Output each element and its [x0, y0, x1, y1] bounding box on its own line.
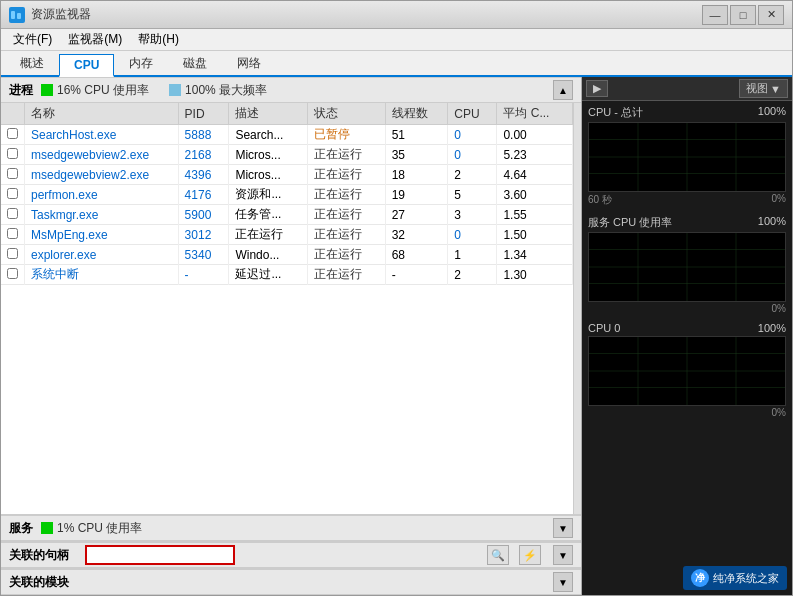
services-cpu-info: 1% CPU 使用率 [41, 520, 142, 537]
table-row[interactable]: explorer.exe 5340 Windo... 正在运行 68 1 1.3… [1, 245, 573, 265]
row-threads: 27 [385, 205, 448, 225]
row-checkbox[interactable] [1, 185, 25, 205]
tab-bar: 概述 CPU 内存 磁盘 网络 [1, 51, 792, 77]
handles-search-input[interactable] [85, 545, 235, 565]
row-cpu: 2 [448, 265, 497, 285]
small-sections: 服务 1% CPU 使用率 ▼ 关联的句柄 [1, 514, 581, 595]
row-checkbox[interactable] [1, 225, 25, 245]
process-name-link[interactable]: SearchHost.exe [31, 128, 116, 142]
row-pid: 4176 [178, 185, 229, 205]
row-cpu: 3 [448, 205, 497, 225]
right-expand-button[interactable]: ▶ [586, 80, 608, 97]
col-avg[interactable]: 平均 C... [497, 103, 573, 125]
row-checkbox[interactable] [1, 245, 25, 265]
right-panel: ▶ 视图 ▼ CPU - 总计 100% [582, 77, 792, 595]
graph-max-2: 100% [758, 322, 786, 334]
table-row[interactable]: MsMpEng.exe 3012 正在运行 正在运行 32 0 1.50 [1, 225, 573, 245]
process-name-link[interactable]: msedgewebview2.exe [31, 148, 149, 162]
graph-container-0 [588, 122, 786, 192]
close-button[interactable]: ✕ [758, 5, 784, 25]
process-name-link[interactable]: explorer.exe [31, 248, 96, 262]
row-checkbox[interactable] [1, 145, 25, 165]
processes-collapse-btn[interactable]: ▲ [553, 80, 573, 100]
right-view-button[interactable]: 视图 ▼ [739, 79, 788, 98]
process-name-link[interactable]: 系统中断 [31, 267, 79, 281]
row-desc: Micros... [229, 145, 307, 165]
services-collapse-btn[interactable]: ▼ [553, 518, 573, 538]
table-row[interactable]: msedgewebview2.exe 4396 Micros... 正在运行 1… [1, 165, 573, 185]
col-status[interactable]: 状态 [307, 103, 385, 125]
processes-cpu-usage: 16% CPU 使用率 [57, 82, 149, 99]
row-name: perfmon.exe [25, 185, 179, 205]
graph-label-0: CPU - 总计 100% [588, 105, 786, 120]
handles-title: 关联的句柄 [9, 547, 69, 564]
row-desc: 正在运行 [229, 225, 307, 245]
col-name[interactable]: 名称 [25, 103, 179, 125]
table-row[interactable]: perfmon.exe 4176 资源和... 正在运行 19 5 3.60 [1, 185, 573, 205]
tab-overview[interactable]: 概述 [5, 51, 59, 75]
tab-memory[interactable]: 内存 [114, 51, 168, 75]
view-label: 视图 [746, 81, 768, 96]
row-avg: 1.30 [497, 265, 573, 285]
process-scrollbar[interactable] [573, 103, 581, 514]
process-name-link[interactable]: Taskmgr.exe [31, 208, 98, 222]
watermark-text: 纯净系统之家 [713, 571, 779, 586]
row-desc: 任务管... [229, 205, 307, 225]
freq-indicator [169, 84, 181, 96]
svg-rect-1 [11, 11, 15, 19]
col-pid[interactable]: PID [178, 103, 229, 125]
maximize-button[interactable]: □ [730, 5, 756, 25]
row-pid: 5888 [178, 125, 229, 145]
row-name: Taskmgr.exe [25, 205, 179, 225]
tab-disk[interactable]: 磁盘 [168, 51, 222, 75]
processes-cpu-info: 16% CPU 使用率 [41, 82, 149, 99]
row-desc: 资源和... [229, 185, 307, 205]
process-name-link[interactable]: perfmon.exe [31, 188, 98, 202]
table-row[interactable]: SearchHost.exe 5888 Search... 已暂停 51 0 0… [1, 125, 573, 145]
modules-collapse-btn[interactable]: ▼ [553, 572, 573, 592]
window-controls: — □ ✕ [702, 5, 784, 25]
row-checkbox[interactable] [1, 165, 25, 185]
processes-section-header[interactable]: 进程 16% CPU 使用率 100% 最大频率 ▲ [1, 77, 581, 103]
table-row[interactable]: Taskmgr.exe 5900 任务管... 正在运行 27 3 1.55 [1, 205, 573, 225]
row-status: 正在运行 [307, 205, 385, 225]
col-desc[interactable]: 描述 [229, 103, 307, 125]
row-threads: 32 [385, 225, 448, 245]
row-pid: - [178, 265, 229, 285]
tab-network[interactable]: 网络 [222, 51, 276, 75]
row-checkbox[interactable] [1, 125, 25, 145]
row-pid: 4396 [178, 165, 229, 185]
process-name-link[interactable]: MsMpEng.exe [31, 228, 108, 242]
handles-collapse-btn[interactable]: ▼ [553, 545, 573, 565]
table-row[interactable]: 系统中断 - 延迟过... 正在运行 - 2 1.30 [1, 265, 573, 285]
table-row[interactable]: msedgewebview2.exe 2168 Micros... 正在运行 3… [1, 145, 573, 165]
modules-header[interactable]: 关联的模块 ▼ [1, 569, 581, 595]
row-name: MsMpEng.exe [25, 225, 179, 245]
row-checkbox[interactable] [1, 265, 25, 285]
handles-search-button[interactable]: 🔍 [487, 545, 509, 565]
services-header[interactable]: 服务 1% CPU 使用率 ▼ [1, 515, 581, 541]
handles-refresh-button[interactable]: ⚡ [519, 545, 541, 565]
row-threads: 51 [385, 125, 448, 145]
handles-header[interactable]: 关联的句柄 🔍 ⚡ ▼ [1, 542, 581, 568]
tab-cpu[interactable]: CPU [59, 54, 114, 77]
row-checkbox[interactable] [1, 205, 25, 225]
col-checkbox[interactable] [1, 103, 25, 125]
graph-label-2: CPU 0 100% [588, 322, 786, 334]
left-panel: 进程 16% CPU 使用率 100% 最大频率 ▲ [1, 77, 582, 595]
graph-bottom-1: 0% [588, 303, 786, 314]
menu-help[interactable]: 帮助(H) [130, 29, 187, 50]
process-name-link[interactable]: msedgewebview2.exe [31, 168, 149, 182]
services-cpu-indicator [41, 522, 53, 534]
col-threads[interactable]: 线程数 [385, 103, 448, 125]
graph-title-1: 服务 CPU 使用率 [588, 215, 672, 230]
col-cpu[interactable]: CPU [448, 103, 497, 125]
minimize-button[interactable]: — [702, 5, 728, 25]
menu-monitor[interactable]: 监视器(M) [60, 29, 130, 50]
graph-section-0: CPU - 总计 100% 60 秒 0% [582, 101, 792, 211]
row-name: explorer.exe [25, 245, 179, 265]
row-pid: 5900 [178, 205, 229, 225]
graph-svg-2 [589, 337, 785, 405]
menu-file[interactable]: 文件(F) [5, 29, 60, 50]
row-avg: 1.34 [497, 245, 573, 265]
